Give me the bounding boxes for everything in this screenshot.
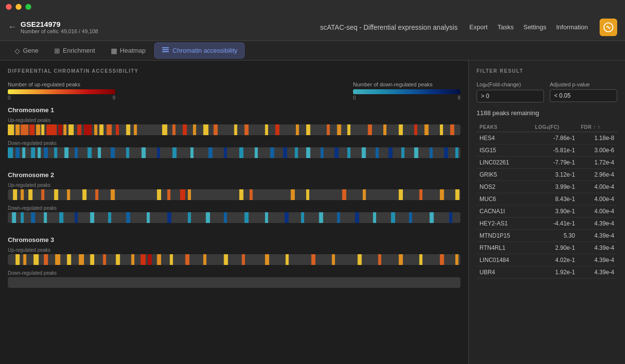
chromosome-1-section: Chromosome 1 Up-regulated peaks Down-reg…	[8, 106, 460, 160]
up-legend: Number of up-regulated peaks 0 9	[8, 81, 115, 101]
table-row[interactable]: HES4 -7.86e-1 1.18e-8	[477, 132, 617, 144]
nav-settings[interactable]: Settings	[523, 23, 546, 31]
log2fc-filter-group: Log₂(Fold-change)	[477, 81, 544, 102]
cell-fdr: 4.39e-4	[578, 254, 617, 266]
right-panel: FILTER RESULT Log₂(Fold-change) Adjusted…	[469, 61, 625, 364]
cell-log2fc: 2.90e-1	[532, 242, 578, 254]
main-layout: DIFFERENTIAL CHROMATIN ACCESSIBILITY Num…	[0, 61, 625, 364]
table-row[interactable]: GRIK5 3.12e-1 2.96e-4	[477, 169, 617, 181]
tab-heatmap-label: Heatmap	[120, 47, 146, 54]
tab-chromatin[interactable]: Chromatin accessibility	[154, 42, 245, 59]
tab-enrichment[interactable]: ⊞ Enrichment	[47, 44, 102, 58]
filter-row: Log₂(Fold-change) Adjusted p-value	[477, 81, 617, 102]
up-legend-label: Number of up-regulated peaks	[8, 81, 115, 87]
col-fdr[interactable]: FDR ↑	[578, 122, 617, 132]
tab-heatmap[interactable]: ▦ Heatmap	[104, 44, 153, 58]
cell-log2fc: 8.43e-1	[532, 193, 578, 205]
cell-fdr: 4.00e-4	[578, 193, 617, 205]
app-header: ← GSE214979 Number of cells: 49,016 / 49…	[0, 14, 625, 41]
up-legend-max: 9	[112, 95, 115, 101]
legend-row: Number of up-regulated peaks 0 9 Number …	[8, 81, 460, 101]
col-peaks: PEAKS	[477, 122, 532, 132]
table-row[interactable]: LINC01484 4.02e-1 4.39e-4	[477, 254, 617, 266]
up-legend-min: 0	[8, 95, 11, 101]
cell-fdr: 1.18e-8	[578, 132, 617, 144]
cell-peak: HEY2-AS1	[477, 218, 532, 230]
cell-peak: MUC6	[477, 193, 532, 205]
pvalue-input[interactable]	[550, 89, 617, 102]
chr3-down-label: Down-regulated peaks	[8, 270, 460, 276]
chr1-down-bar	[8, 147, 460, 158]
back-button[interactable]: ←	[8, 22, 17, 32]
down-legend-label: Number of down-regulated peaks	[353, 81, 460, 87]
log2fc-label: Log₂(Fold-change)	[477, 81, 544, 88]
cell-log2fc: 3.12e-1	[532, 169, 578, 181]
log2fc-input[interactable]	[477, 90, 544, 102]
minimize-button[interactable]	[16, 4, 21, 10]
table-row[interactable]: MTND1P15 5.30 4.39e-4	[477, 230, 617, 242]
down-legend: Number of down-regulated peaks 0 8	[353, 81, 460, 101]
cell-peak: CACNA1I	[477, 205, 532, 218]
down-legend-bar	[353, 89, 460, 94]
dataset-title: GSE214979	[21, 20, 98, 28]
tab-enrichment-label: Enrichment	[63, 47, 95, 54]
cell-fdr: 4.39e-4	[578, 218, 617, 230]
cell-fdr: 4.39e-4	[578, 266, 617, 279]
results-table-header: PEAKS LOG₂(FC) FDR ↑	[477, 122, 617, 132]
chr3-down-bar	[8, 277, 460, 288]
maximize-button[interactable]	[25, 4, 31, 10]
peaks-remaining: 1188 peaks remaining	[477, 109, 617, 117]
table-row[interactable]: HEY2-AS1 -4.41e-1 4.39e-4	[477, 218, 617, 230]
enrichment-icon: ⊞	[54, 47, 60, 55]
cell-log2fc: 1.92e-1	[532, 266, 578, 279]
cell-fdr: 1.72e-4	[578, 157, 617, 169]
chr1-up-bar	[8, 124, 460, 135]
cell-count: Number of cells: 49,016 / 49,108	[21, 28, 98, 34]
cell-peak: RTN4RL1	[477, 242, 532, 254]
chr3-up-label: Up-regulated peaks	[8, 247, 460, 253]
cell-fdr: 4.00e-4	[578, 181, 617, 193]
nav-tasks[interactable]: Tasks	[498, 23, 514, 31]
cell-log2fc: -7.79e-1	[532, 157, 578, 169]
results-table-body: HES4 -7.86e-1 1.18e-8 ISG15 -5.81e-1 3.0…	[477, 132, 617, 279]
cell-peak: LINC02261	[477, 157, 532, 169]
cell-peak: ISG15	[477, 144, 532, 157]
tab-chromatin-label: Chromatin accessibility	[172, 47, 237, 54]
tab-gene-label: Gene	[23, 47, 39, 54]
filter-title: FILTER RESULT	[477, 68, 617, 74]
chromosome-2-title: Chromosome 2	[8, 171, 460, 179]
cell-peak: LINC01484	[477, 254, 532, 266]
chr2-down-label: Down-regulated peaks	[8, 205, 460, 211]
tab-gene[interactable]: ◇ Gene	[8, 44, 45, 58]
chromosome-3-section: Chromosome 3 Up-regulated peaks Down-reg…	[8, 236, 460, 289]
up-legend-bar	[8, 89, 115, 94]
chr3-up-bar	[8, 254, 460, 265]
pvalue-filter-group: Adjusted p-value	[550, 81, 617, 102]
table-row[interactable]: CACNA1I 3.90e-1 4.00e-4	[477, 205, 617, 218]
cell-peak: HES4	[477, 132, 532, 144]
cell-fdr: 3.00e-6	[578, 144, 617, 157]
cell-fdr: 2.96e-4	[578, 169, 617, 181]
cell-peak: MTND1P15	[477, 230, 532, 242]
cell-log2fc: 3.99e-1	[532, 181, 578, 193]
app-icon	[600, 19, 617, 36]
chromosome-3-title: Chromosome 3	[8, 236, 460, 243]
table-row[interactable]: NOS2 3.99e-1 4.00e-4	[477, 181, 617, 193]
cell-log2fc: -7.86e-1	[532, 132, 578, 144]
table-row[interactable]: ISG15 -5.81e-1 3.00e-6	[477, 144, 617, 157]
svg-rect-1	[162, 47, 169, 48]
nav-information[interactable]: Information	[556, 23, 588, 31]
header-nav: Export Tasks Settings Information	[469, 23, 588, 31]
cell-fdr: 4.00e-4	[578, 205, 617, 218]
col-log2fc: LOG₂(FC)	[532, 122, 578, 132]
close-button[interactable]	[6, 4, 12, 10]
chromosome-1-title: Chromosome 1	[8, 106, 460, 114]
table-row[interactable]: RTN4RL1 2.90e-1 4.39e-4	[477, 242, 617, 254]
cell-fdr: 4.39e-4	[578, 242, 617, 254]
nav-export[interactable]: Export	[469, 23, 488, 31]
cell-log2fc: 3.90e-1	[532, 205, 578, 218]
table-row[interactable]: LINC02261 -7.79e-1 1.72e-4	[477, 157, 617, 169]
table-row[interactable]: UBR4 1.92e-1 4.39e-4	[477, 266, 617, 279]
down-legend-min: 0	[353, 95, 356, 101]
table-row[interactable]: MUC6 8.43e-1 4.00e-4	[477, 193, 617, 205]
